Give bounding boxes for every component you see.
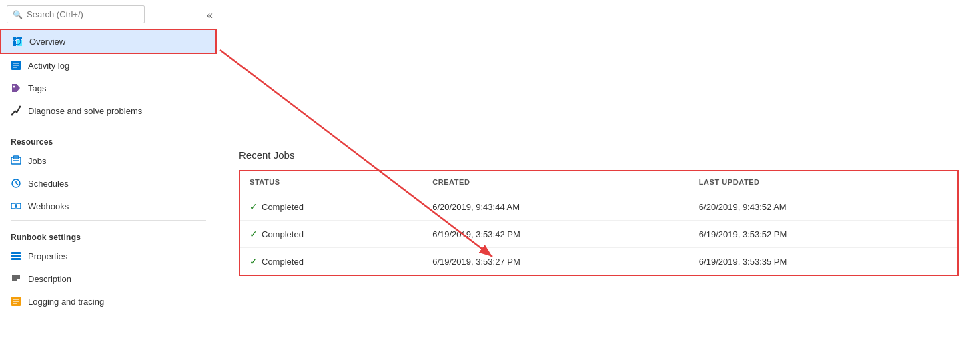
- sidebar-item-diagnose-label: Diagnose and solve problems: [28, 106, 142, 116]
- sidebar-item-overview[interactable]: Overview: [0, 29, 217, 54]
- status-cell: ✓ Completed: [250, 256, 414, 267]
- status-cell: ✓ Completed: [250, 229, 414, 239]
- sidebar-item-activity-log[interactable]: Activity log: [0, 54, 217, 77]
- activity-log-icon: [11, 60, 21, 71]
- properties-icon: [11, 251, 21, 261]
- table-row[interactable]: ✓ Completed 6/20/2019, 9:43:44 AM 6/20/2…: [239, 193, 958, 221]
- status-label: Completed: [262, 257, 304, 267]
- svg-line-20: [16, 183, 18, 185]
- svg-point-9: [13, 86, 15, 88]
- svg-rect-6: [13, 63, 19, 64]
- logging-icon: [11, 296, 21, 307]
- section-resources: Resources: [0, 128, 217, 149]
- sidebar-item-logging-label: Logging and tracing: [28, 297, 104, 307]
- sidebar-item-properties[interactable]: Properties: [0, 245, 217, 267]
- svg-point-14: [19, 106, 21, 108]
- sidebar-item-description-label: Description: [28, 274, 71, 284]
- webhooks-icon: [11, 201, 21, 211]
- search-box[interactable]: 🔍: [7, 5, 145, 23]
- check-icon: ✓: [250, 201, 258, 212]
- description-icon: [11, 273, 21, 284]
- sidebar-item-webhooks-label: Webhooks: [28, 201, 69, 211]
- created-cell: 6/19/2019, 3:53:42 PM: [423, 221, 690, 248]
- sidebar-item-properties-label: Properties: [28, 251, 67, 261]
- sidebar-item-logging[interactable]: Logging and tracing: [0, 290, 217, 313]
- status-label: Completed: [262, 229, 304, 239]
- created-cell: 6/20/2019, 9:43:44 AM: [423, 193, 690, 221]
- main-content: Recent Jobs STATUS CREATED LAST UPDATED …: [217, 0, 980, 362]
- search-input[interactable]: [27, 9, 139, 19]
- svg-point-13: [11, 114, 13, 116]
- svg-rect-26: [11, 258, 21, 260]
- jobs-table: STATUS CREATED LAST UPDATED ✓ Completed …: [239, 170, 959, 276]
- col-created: CREATED: [423, 171, 690, 193]
- recent-jobs-title: Recent Jobs: [239, 149, 959, 161]
- table-row[interactable]: ✓ Completed 6/19/2019, 3:53:27 PM 6/19/2…: [239, 248, 958, 276]
- status-label: Completed: [262, 202, 304, 212]
- updated-cell: 6/20/2019, 9:43:52 AM: [690, 193, 958, 221]
- svg-rect-24: [11, 252, 21, 254]
- sidebar-item-activity-log-label: Activity log: [28, 61, 69, 71]
- svg-rect-8: [13, 67, 17, 68]
- updated-cell: 6/19/2019, 3:53:35 PM: [690, 248, 958, 276]
- sidebar-item-diagnose[interactable]: Diagnose and solve problems: [0, 99, 217, 122]
- divider-resources: [11, 125, 206, 125]
- svg-rect-21: [11, 203, 15, 209]
- diagnose-icon: [11, 105, 21, 116]
- svg-rect-25: [11, 255, 21, 257]
- check-icon: ✓: [250, 229, 258, 239]
- search-area: 🔍 «: [0, 0, 217, 29]
- svg-rect-7: [13, 65, 19, 66]
- search-icon: 🔍: [13, 10, 23, 19]
- svg-line-12: [17, 107, 20, 113]
- col-last-updated: LAST UPDATED: [690, 171, 958, 193]
- schedules-icon: [11, 178, 21, 189]
- sidebar-item-tags-label: Tags: [28, 83, 46, 93]
- jobs-icon: [11, 155, 21, 166]
- status-cell: ✓ Completed: [250, 201, 414, 212]
- sidebar: 🔍 « Overview: [0, 0, 217, 362]
- created-cell: 6/19/2019, 3:53:27 PM: [423, 248, 690, 276]
- sidebar-item-overview-label: Overview: [29, 37, 65, 47]
- sidebar-item-tags[interactable]: Tags: [0, 77, 217, 99]
- section-runbook-settings: Runbook settings: [0, 223, 217, 245]
- sidebar-item-jobs-label: Jobs: [28, 156, 46, 166]
- check-icon: ✓: [250, 256, 258, 267]
- svg-rect-22: [17, 203, 21, 209]
- table-row[interactable]: ✓ Completed 6/19/2019, 3:53:42 PM 6/19/2…: [239, 221, 958, 248]
- divider-runbook-settings: [11, 220, 206, 221]
- overview-icon: [12, 36, 23, 47]
- sidebar-item-schedules[interactable]: Schedules: [0, 172, 217, 195]
- sidebar-item-description[interactable]: Description: [0, 267, 217, 290]
- sidebar-item-jobs[interactable]: Jobs: [0, 149, 217, 172]
- col-status: STATUS: [239, 171, 423, 193]
- tags-icon: [11, 83, 21, 93]
- updated-cell: 6/19/2019, 3:53:52 PM: [690, 221, 958, 248]
- sidebar-item-schedules-label: Schedules: [28, 179, 69, 189]
- collapse-button[interactable]: «: [203, 7, 217, 24]
- sidebar-item-webhooks[interactable]: Webhooks: [0, 195, 217, 217]
